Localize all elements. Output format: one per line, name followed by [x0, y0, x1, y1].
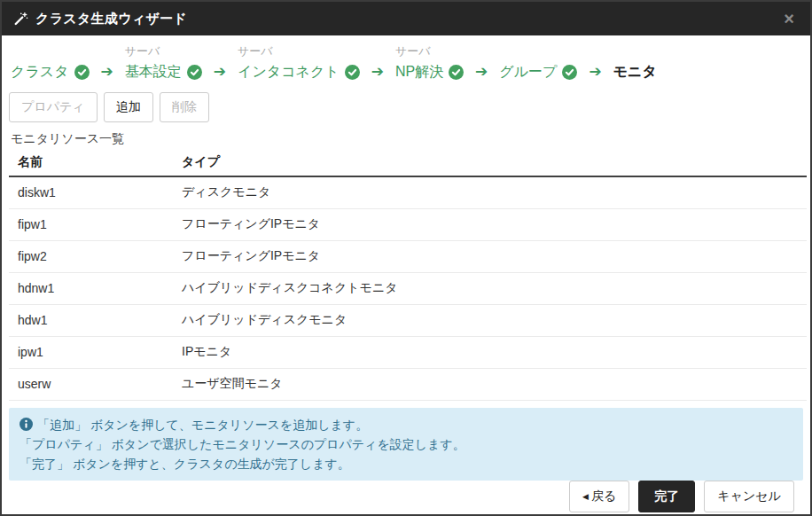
finish-button[interactable]: 完了 [638, 481, 695, 512]
step-np-resolution: サーバ NP解決 [395, 43, 464, 83]
back-button[interactable]: ◀戻る [569, 481, 629, 512]
info-box: 「追加」 ボタンを押して、モニタリソースを追加します。 「プロパティ」 ボタンで… [9, 408, 803, 481]
dialog-title: クラスタ生成ウィザード [35, 11, 187, 27]
cell-name: fipw1 [9, 209, 173, 241]
table-row[interactable]: diskw1 ディスクモニタ [9, 176, 807, 209]
step-arrow: ➔ [464, 43, 499, 83]
table-row[interactable]: ipw1 IPモニタ [9, 337, 807, 369]
close-icon[interactable]: × [778, 8, 800, 29]
info-line-2: 「プロパティ」 ボタンで選択したモニタリソースのプロパティを設定します。 [20, 434, 792, 454]
cell-name: hdnw1 [9, 273, 173, 305]
table-row[interactable]: hdnw1 ハイブリッドディスクコネクトモニタ [9, 273, 807, 305]
arrow-icon: ➔ [202, 60, 238, 83]
info-line-1: 「追加」 ボタンを押して、モニタリソースを追加します。 [20, 415, 792, 434]
step-label: インタコネクト [238, 63, 340, 82]
cell-name: hdw1 [9, 305, 173, 337]
cell-type: IPモニタ [173, 337, 807, 369]
step-label: モニタ [613, 63, 657, 82]
remove-button[interactable]: 削除 [160, 92, 209, 122]
properties-button[interactable]: プロパティ [9, 92, 98, 122]
check-icon [449, 65, 464, 80]
cell-name: fipw2 [9, 241, 173, 273]
step-monitor-current: モニタ [613, 43, 657, 83]
back-arrow-icon: ◀ [582, 492, 589, 501]
cell-name: ipw1 [9, 337, 173, 369]
step-label: グループ [499, 63, 557, 82]
table-row[interactable]: userw ユーザ空間モニタ [9, 369, 807, 401]
table-row[interactable]: fipw1 フローティングIPモニタ [9, 209, 807, 241]
arrow-icon: ➔ [464, 60, 499, 83]
arrow-icon: ➔ [577, 60, 613, 83]
monitor-list-caption: モニタリソース一覧 [2, 122, 810, 150]
cluster-wizard-dialog: クラスタ生成ウィザード × クラスタ ➔ サーバ 基本設定 ➔ サーバ インタコ… [0, 0, 812, 516]
cancel-button[interactable]: キャンセル [704, 481, 794, 512]
step-cluster: クラスタ [11, 43, 90, 83]
toolbar: プロパティ 追加 削除 [2, 89, 810, 122]
cell-name: diskw1 [9, 176, 173, 209]
magic-wand-icon [12, 11, 28, 27]
step-arrow: ➔ [202, 43, 238, 83]
table-row[interactable]: fipw2 フローティングIPモニタ [9, 241, 807, 273]
add-button[interactable]: 追加 [104, 92, 153, 122]
check-icon [345, 65, 360, 80]
cell-type: ハイブリッドディスクモニタ [173, 305, 807, 337]
column-header-name: 名前 [9, 150, 173, 176]
step-label: NP解決 [395, 63, 443, 82]
cell-name: userw [9, 369, 173, 401]
check-icon [562, 65, 577, 80]
wizard-steps: クラスタ ➔ サーバ 基本設定 ➔ サーバ インタコネクト ➔ サーバ NP解決 [2, 35, 810, 89]
step-label: 基本設定 [125, 63, 182, 82]
arrow-icon: ➔ [360, 60, 395, 83]
cell-type: ハイブリッドディスクコネクトモニタ [173, 273, 807, 305]
step-interconnect: サーバ インタコネクト [238, 43, 360, 83]
cell-type: ディスクモニタ [173, 176, 807, 209]
step-arrow: ➔ [90, 43, 125, 83]
cell-type: フローティングIPモニタ [173, 209, 807, 241]
monitor-resource-table: 名前 タイプ diskw1 ディスクモニタ fipw1 フローティングIPモニタ… [9, 150, 807, 401]
step-arrow: ➔ [577, 43, 613, 83]
check-icon [187, 65, 202, 80]
cell-type: フローティングIPモニタ [173, 241, 807, 273]
step-arrow: ➔ [360, 43, 395, 83]
cell-type: ユーザ空間モニタ [173, 369, 807, 401]
check-icon [74, 65, 90, 80]
step-label: クラスタ [11, 63, 69, 82]
titlebar: クラスタ生成ウィザード × [2, 2, 810, 35]
footer: ◀戻る 完了 キャンセル [2, 481, 810, 516]
step-basic-settings: サーバ 基本設定 [125, 43, 202, 83]
column-header-type: タイプ [173, 150, 807, 176]
info-icon [20, 418, 33, 431]
table-row[interactable]: hdw1 ハイブリッドディスクモニタ [9, 305, 807, 337]
info-line-3: 「完了」 ボタンを押すと、クラスタの生成が完了します。 [20, 454, 792, 473]
step-group: グループ [499, 43, 577, 83]
arrow-icon: ➔ [90, 60, 125, 83]
table-header-row: 名前 タイプ [9, 150, 807, 176]
